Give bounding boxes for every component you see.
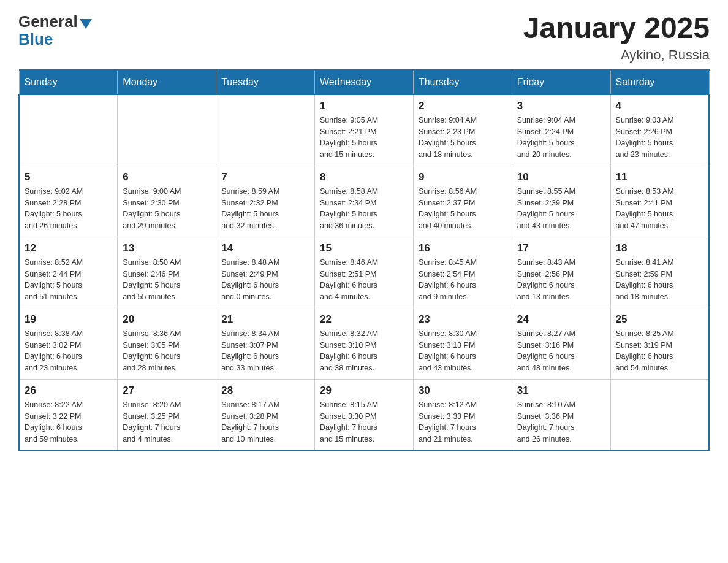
calendar-cell: 21Sunrise: 8:34 AMSunset: 3:07 PMDayligh… <box>216 308 315 379</box>
day-header-sunday: Sunday <box>19 70 118 94</box>
day-number: 28 <box>221 385 309 397</box>
calendar-cell: 13Sunrise: 8:50 AMSunset: 2:46 PMDayligh… <box>118 237 216 308</box>
day-info: Sunrise: 8:34 AMSunset: 3:07 PMDaylight:… <box>221 328 309 374</box>
calendar-cell: 24Sunrise: 8:27 AMSunset: 3:16 PMDayligh… <box>512 308 610 379</box>
calendar-cell: 6Sunrise: 9:00 AMSunset: 2:30 PMDaylight… <box>118 166 216 237</box>
day-number: 12 <box>25 242 112 255</box>
day-info: Sunrise: 8:45 AMSunset: 2:54 PMDaylight:… <box>419 257 507 303</box>
day-info: Sunrise: 8:12 AMSunset: 3:33 PMDaylight:… <box>419 399 507 445</box>
day-info: Sunrise: 8:55 AMSunset: 2:39 PMDaylight:… <box>517 186 605 232</box>
day-info: Sunrise: 8:56 AMSunset: 2:37 PMDaylight:… <box>419 186 507 232</box>
calendar-cell: 1Sunrise: 9:05 AMSunset: 2:21 PMDaylight… <box>315 94 414 166</box>
day-info: Sunrise: 8:50 AMSunset: 2:46 PMDaylight:… <box>123 257 211 303</box>
day-info: Sunrise: 8:15 AMSunset: 3:30 PMDaylight:… <box>320 399 408 445</box>
calendar-table: SundayMondayTuesdayWednesdayThursdayFrid… <box>18 69 710 451</box>
day-number: 17 <box>517 242 605 255</box>
logo-general-text: General <box>18 12 78 31</box>
day-info: Sunrise: 8:43 AMSunset: 2:56 PMDaylight:… <box>517 257 605 303</box>
day-number: 29 <box>320 385 408 397</box>
day-number: 26 <box>25 385 112 397</box>
day-number: 4 <box>616 100 703 112</box>
day-info: Sunrise: 8:30 AMSunset: 3:13 PMDaylight:… <box>419 328 507 374</box>
day-number: 19 <box>25 313 112 326</box>
day-number: 2 <box>419 100 507 112</box>
day-info: Sunrise: 8:27 AMSunset: 3:16 PMDaylight:… <box>517 328 605 374</box>
logo-blue-text: Blue <box>18 30 53 49</box>
day-number: 25 <box>616 313 703 326</box>
calendar-cell: 19Sunrise: 8:38 AMSunset: 3:02 PMDayligh… <box>19 308 118 379</box>
calendar-cell: 16Sunrise: 8:45 AMSunset: 2:54 PMDayligh… <box>413 237 512 308</box>
day-info: Sunrise: 9:05 AMSunset: 2:21 PMDaylight:… <box>320 115 408 161</box>
day-header-saturday: Saturday <box>610 70 709 94</box>
day-header-wednesday: Wednesday <box>315 70 414 94</box>
calendar-cell: 17Sunrise: 8:43 AMSunset: 2:56 PMDayligh… <box>512 237 610 308</box>
day-info: Sunrise: 8:46 AMSunset: 2:51 PMDaylight:… <box>320 257 408 303</box>
day-number: 20 <box>123 313 211 326</box>
day-number: 1 <box>320 100 408 112</box>
calendar-cell: 23Sunrise: 8:30 AMSunset: 3:13 PMDayligh… <box>413 308 512 379</box>
calendar-cell: 25Sunrise: 8:25 AMSunset: 3:19 PMDayligh… <box>610 308 709 379</box>
day-info: Sunrise: 8:41 AMSunset: 2:59 PMDaylight:… <box>616 257 703 303</box>
calendar-cell: 7Sunrise: 8:59 AMSunset: 2:32 PMDaylight… <box>216 166 315 237</box>
day-info: Sunrise: 8:10 AMSunset: 3:36 PMDaylight:… <box>517 399 605 445</box>
day-number: 18 <box>616 242 703 255</box>
day-info: Sunrise: 8:52 AMSunset: 2:44 PMDaylight:… <box>25 257 112 303</box>
calendar-cell: 2Sunrise: 9:04 AMSunset: 2:23 PMDaylight… <box>413 94 512 166</box>
calendar-subtitle: Aykino, Russia <box>523 47 710 63</box>
day-number: 6 <box>123 171 211 183</box>
calendar-cell: 18Sunrise: 8:41 AMSunset: 2:59 PMDayligh… <box>610 237 709 308</box>
day-number: 3 <box>517 100 605 112</box>
calendar-header-row: SundayMondayTuesdayWednesdayThursdayFrid… <box>19 70 709 94</box>
day-info: Sunrise: 8:38 AMSunset: 3:02 PMDaylight:… <box>25 328 112 374</box>
calendar-cell <box>216 94 315 166</box>
day-info: Sunrise: 9:04 AMSunset: 2:24 PMDaylight:… <box>517 115 605 161</box>
day-info: Sunrise: 8:22 AMSunset: 3:22 PMDaylight:… <box>25 399 112 445</box>
logo-triangle-icon <box>80 19 92 29</box>
week-row-3: 19Sunrise: 8:38 AMSunset: 3:02 PMDayligh… <box>19 308 709 379</box>
day-number: 15 <box>320 242 408 255</box>
day-number: 27 <box>123 385 211 397</box>
calendar-cell: 31Sunrise: 8:10 AMSunset: 3:36 PMDayligh… <box>512 379 610 451</box>
day-number: 8 <box>320 171 408 183</box>
calendar-cell: 8Sunrise: 8:58 AMSunset: 2:34 PMDaylight… <box>315 166 414 237</box>
calendar-cell: 10Sunrise: 8:55 AMSunset: 2:39 PMDayligh… <box>512 166 610 237</box>
calendar-cell <box>118 94 216 166</box>
day-number: 31 <box>517 385 605 397</box>
calendar-title: January 2025 <box>523 12 710 45</box>
calendar-cell: 22Sunrise: 8:32 AMSunset: 3:10 PMDayligh… <box>315 308 414 379</box>
page-header: General Blue January 2025 Aykino, Russia <box>18 12 710 63</box>
day-header-monday: Monday <box>118 70 216 94</box>
day-info: Sunrise: 9:03 AMSunset: 2:26 PMDaylight:… <box>616 115 703 161</box>
logo: General Blue <box>18 12 92 49</box>
week-row-1: 5Sunrise: 9:02 AMSunset: 2:28 PMDaylight… <box>19 166 709 237</box>
day-header-friday: Friday <box>512 70 610 94</box>
day-number: 13 <box>123 242 211 255</box>
week-row-0: 1Sunrise: 9:05 AMSunset: 2:21 PMDaylight… <box>19 94 709 166</box>
day-info: Sunrise: 8:59 AMSunset: 2:32 PMDaylight:… <box>221 186 309 232</box>
calendar-cell: 4Sunrise: 9:03 AMSunset: 2:26 PMDaylight… <box>610 94 709 166</box>
day-info: Sunrise: 8:58 AMSunset: 2:34 PMDaylight:… <box>320 186 408 232</box>
day-info: Sunrise: 9:04 AMSunset: 2:23 PMDaylight:… <box>419 115 507 161</box>
day-info: Sunrise: 9:02 AMSunset: 2:28 PMDaylight:… <box>25 186 112 232</box>
calendar-cell: 30Sunrise: 8:12 AMSunset: 3:33 PMDayligh… <box>413 379 512 451</box>
calendar-cell: 11Sunrise: 8:53 AMSunset: 2:41 PMDayligh… <box>610 166 709 237</box>
day-header-thursday: Thursday <box>413 70 512 94</box>
calendar-cell: 27Sunrise: 8:20 AMSunset: 3:25 PMDayligh… <box>118 379 216 451</box>
day-info: Sunrise: 8:20 AMSunset: 3:25 PMDaylight:… <box>123 399 211 445</box>
day-number: 9 <box>419 171 507 183</box>
day-number: 21 <box>221 313 309 326</box>
calendar-cell: 28Sunrise: 8:17 AMSunset: 3:28 PMDayligh… <box>216 379 315 451</box>
calendar-cell: 9Sunrise: 8:56 AMSunset: 2:37 PMDaylight… <box>413 166 512 237</box>
week-row-4: 26Sunrise: 8:22 AMSunset: 3:22 PMDayligh… <box>19 379 709 451</box>
day-number: 14 <box>221 242 309 255</box>
day-info: Sunrise: 8:36 AMSunset: 3:05 PMDaylight:… <box>123 328 211 374</box>
day-number: 30 <box>419 385 507 397</box>
title-block: January 2025 Aykino, Russia <box>523 12 710 63</box>
day-info: Sunrise: 8:48 AMSunset: 2:49 PMDaylight:… <box>221 257 309 303</box>
day-number: 5 <box>25 171 112 183</box>
calendar-cell <box>610 379 709 451</box>
day-number: 24 <box>517 313 605 326</box>
day-info: Sunrise: 8:32 AMSunset: 3:10 PMDaylight:… <box>320 328 408 374</box>
day-number: 11 <box>616 171 703 183</box>
day-info: Sunrise: 8:53 AMSunset: 2:41 PMDaylight:… <box>616 186 703 232</box>
